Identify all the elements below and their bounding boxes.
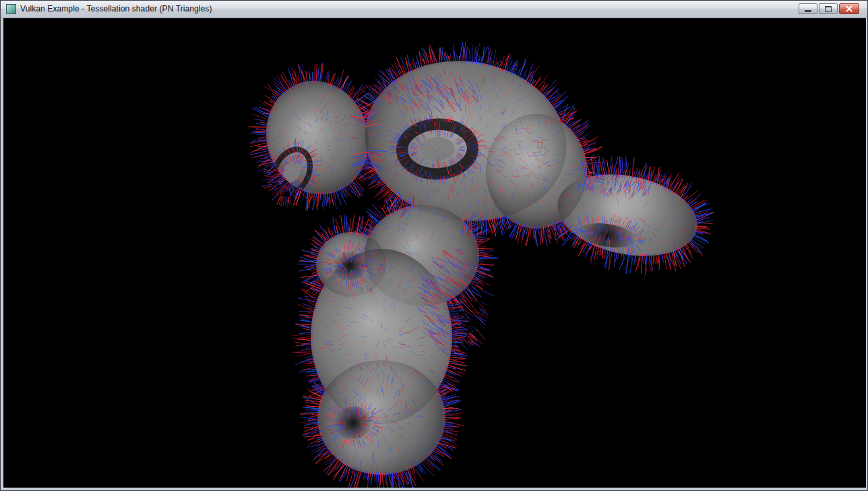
render-viewport[interactable] xyxy=(3,18,866,488)
render-canvas[interactable] xyxy=(3,18,866,488)
app-icon xyxy=(6,4,16,14)
maximize-button[interactable] xyxy=(819,3,838,14)
app-window: Vulkan Example - Tessellation shader (PN… xyxy=(0,0,868,491)
close-button[interactable] xyxy=(839,3,859,14)
window-controls xyxy=(799,3,862,14)
window-title: Vulkan Example - Tessellation shader (PN… xyxy=(20,4,212,13)
minimize-button[interactable] xyxy=(799,3,817,14)
minimize-icon xyxy=(805,10,811,12)
close-icon xyxy=(845,5,853,13)
titlebar[interactable]: Vulkan Example - Tessellation shader (PN… xyxy=(1,1,867,18)
maximize-icon xyxy=(825,6,832,12)
